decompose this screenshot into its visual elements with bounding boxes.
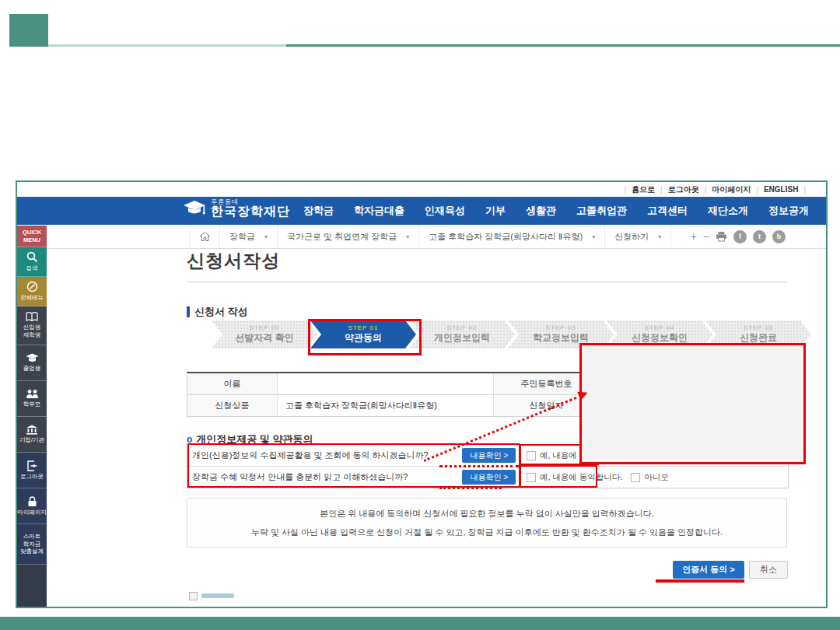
- divider: |: [705, 185, 707, 194]
- annotation-dotted-line-1: [439, 465, 519, 467]
- sidebar-item-corporate[interactable]: 기업/기관: [17, 417, 47, 453]
- facebook-icon[interactable]: f: [733, 230, 747, 243]
- breadcrumb-label: 고졸 후학습자 장학금(희망사다리 Ⅱ유형): [429, 231, 583, 243]
- sidebar-item-label: 마이페이지: [17, 509, 47, 516]
- annotation-dotted-line-2: [439, 487, 502, 489]
- main-menu: 장학금 학자금대출 인재육성 기부 생활관 고졸취업관 고객센터 재단소개 정보…: [303, 197, 809, 225]
- cancel-button[interactable]: 취소: [749, 561, 788, 579]
- divider: |: [803, 185, 806, 194]
- certificate-agree-button[interactable]: 인증서 동의 >: [673, 561, 744, 579]
- sidebar-item-parents[interactable]: 학부모: [17, 381, 47, 417]
- sidebar-item-label: 스마트 학자금 맞춤설계: [20, 533, 44, 555]
- step-label: 개인정보입력: [434, 331, 490, 345]
- compass-icon: [26, 281, 38, 292]
- divider: |: [756, 185, 758, 194]
- annotation-button-underline: [656, 579, 744, 583]
- graduation-cap-icon: [183, 200, 206, 217]
- home-link[interactable]: 홈으로: [632, 184, 655, 195]
- product-value-cell: 고졸 후학습자 장학금(희망사다리Ⅱ유형): [278, 395, 494, 416]
- bank-icon: [26, 425, 38, 435]
- blog-icon[interactable]: b: [772, 230, 786, 243]
- sidebar-item-label: 기업/기관: [19, 436, 44, 444]
- menu-donation[interactable]: 기부: [485, 204, 506, 218]
- sidebar-item-freshman[interactable]: 신입생 재학생: [17, 306, 47, 345]
- truncated-checkbox[interactable]: [189, 592, 198, 600]
- menu-dormitory[interactable]: 생활관: [526, 204, 556, 218]
- step-00: STEP 00 선발자격 확인: [212, 320, 317, 348]
- breadcrumb-home[interactable]: [190, 225, 220, 248]
- step-number: STEP 00: [250, 324, 280, 331]
- slide-accent-line-light: [48, 44, 286, 47]
- breadcrumb-program[interactable]: 고졸 후학습자 장학금(희망사다리 Ⅱ유형) ▾: [419, 225, 605, 248]
- twitter-icon[interactable]: t: [753, 230, 766, 243]
- breadcrumb-bar: 장학금 ▾ 국가근로 및 취업연계 장학금 ▾ 고졸 후학습자 장학금(희망사다…: [17, 225, 826, 249]
- english-link[interactable]: ENGLISH: [764, 185, 798, 194]
- quick-menu-header: QUICK MENU: [17, 226, 47, 247]
- pledge-notice-box: 본인은 위 내용에 동의하며 신청서에 필요한 정보를 누락 없이 사실만을 입…: [187, 498, 787, 548]
- slide-accent-line-dark: [286, 44, 840, 47]
- section-header: 신청서 작성: [187, 305, 248, 319]
- people-icon: [26, 389, 39, 399]
- sidebar-item-label: 신입생 재학생: [23, 324, 41, 339]
- slide-canvas: | 홈으로 | 로그아웃 | 마이페이지 | ENGLISH | 푸른등대: [0, 0, 840, 630]
- step-02: STEP 02 개인정보입력: [409, 320, 515, 348]
- truncated-link[interactable]: [201, 593, 234, 598]
- sidebar-item-label: 전체메뉴: [20, 294, 44, 302]
- page-title: 신청서작성: [187, 249, 280, 273]
- sidebar-item-label: 로그아웃: [20, 473, 44, 481]
- breadcrumb: 장학금 ▾ 국가근로 및 취업연계 장학금 ▾ 고졸 후학습자 장학금(희망사다…: [190, 225, 671, 248]
- name-header-cell: 이름: [187, 373, 278, 394]
- section-accent-bar: [187, 306, 190, 317]
- breadcrumb-scholarship[interactable]: 장학금 ▾: [220, 225, 278, 248]
- browser-screenshot-frame: | 홈으로 | 로그아웃 | 마이페이지 | ENGLISH | 푸른등대: [16, 180, 828, 608]
- breadcrumb-workstudy[interactable]: 국가근로 및 취업연계 장학금 ▾: [278, 225, 419, 248]
- global-nav-bar: 푸른등대 한국장학재단 장학금 학자금대출 인재육성 기부 생활관 고졸취업관 …: [17, 197, 826, 225]
- sidebar-item-smart-plan[interactable]: 스마트 학자금 맞춤설계: [17, 524, 47, 565]
- kosaf-logo[interactable]: 푸른등대 한국장학재단: [183, 199, 290, 218]
- slide-footer-bar: [0, 617, 840, 630]
- menu-disclosure[interactable]: 정보공개: [768, 204, 809, 218]
- sidebar-item-logout[interactable]: 로그아웃: [17, 453, 47, 488]
- sidebar-item-mypage[interactable]: 마이페이지: [17, 488, 47, 524]
- breadcrumb-label: 신청하기: [614, 231, 649, 243]
- mypage-link[interactable]: 마이페이지: [712, 184, 751, 195]
- logout-icon: [26, 460, 38, 471]
- annotation-callout-box: [579, 343, 806, 464]
- menu-scholarship[interactable]: 장학금: [303, 204, 334, 218]
- chevron-down-icon: ▾: [592, 233, 595, 240]
- sidebar-item-graduate[interactable]: 졸업생: [17, 345, 47, 381]
- name-value-cell: [278, 373, 494, 394]
- menu-about[interactable]: 재단소개: [708, 204, 748, 218]
- zoom-in-icon[interactable]: +: [691, 231, 697, 242]
- chevron-down-icon: ▾: [264, 233, 268, 240]
- pledge-line-1: 본인은 위 내용에 동의하며 신청서에 필요한 정보를 누락 없이 사실만을 입…: [320, 508, 654, 520]
- logout-link[interactable]: 로그아웃: [668, 184, 699, 195]
- zoom-out-icon[interactable]: −: [703, 231, 709, 242]
- divider: |: [625, 185, 627, 194]
- breadcrumb-apply[interactable]: 신청하기 ▾: [605, 225, 671, 248]
- slide-accent-square: [9, 14, 48, 47]
- annotation-consent-highlight-2: [520, 465, 597, 488]
- chevron-down-icon: ▾: [658, 233, 661, 240]
- annotation-step-highlight: [308, 319, 422, 355]
- menu-loans[interactable]: 학자금대출: [354, 204, 404, 218]
- menu-highschool-employment[interactable]: 고졸취업관: [576, 204, 627, 218]
- sidebar-item-search[interactable]: 검색: [17, 247, 47, 277]
- breadcrumb-label: 국가근로 및 취업연계 장학금: [287, 231, 397, 243]
- sidebar-item-label: 검색: [26, 264, 38, 272]
- section-title: 신청서 작성: [194, 305, 248, 319]
- lock-icon: [27, 496, 37, 507]
- menu-customer-center[interactable]: 고객센터: [647, 204, 688, 218]
- utility-links: | 홈으로 | 로그아웃 | 마이페이지 | ENGLISH |: [625, 184, 807, 195]
- sidebar-filler: [17, 565, 47, 607]
- menu-talent[interactable]: 인재육성: [425, 204, 465, 218]
- printer-icon[interactable]: [716, 231, 727, 242]
- agree-no-label: 아니오: [644, 472, 669, 483]
- sidebar-item-all-menu[interactable]: 전체메뉴: [17, 277, 47, 306]
- step-number: STEP 05: [744, 324, 774, 331]
- step-number: STEP 02: [447, 324, 478, 331]
- search-icon: [26, 251, 38, 263]
- page-tools: + − f t b: [691, 225, 786, 248]
- agree-no-checkbox[interactable]: [631, 473, 640, 482]
- chevron-down-icon: ▾: [406, 233, 409, 240]
